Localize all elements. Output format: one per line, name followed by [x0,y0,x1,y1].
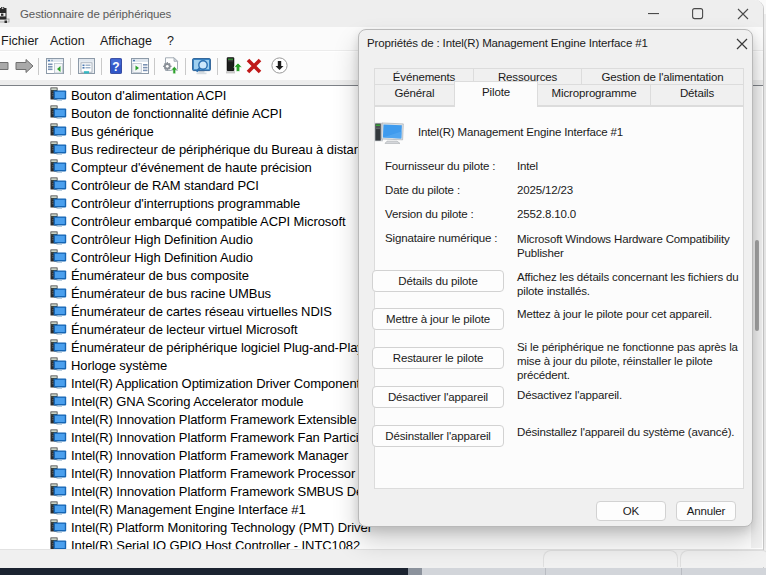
svg-text:?: ? [112,60,119,74]
